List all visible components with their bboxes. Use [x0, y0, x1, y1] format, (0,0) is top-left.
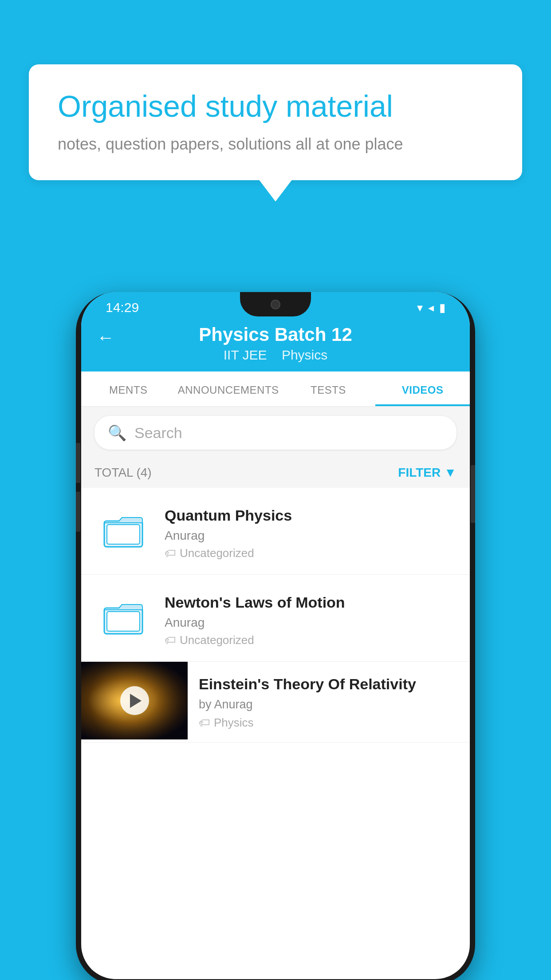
search-bar[interactable]: 🔍 Search: [94, 416, 457, 450]
folder-icon: [103, 598, 143, 638]
item-info: Newton's Laws of Motion Anurag 🏷 Uncateg…: [165, 589, 457, 647]
filter-button[interactable]: FILTER ▼: [398, 466, 457, 480]
tag-iit-jee: IIT JEE: [224, 348, 267, 362]
volume-up-button: [76, 443, 80, 483]
tab-bar: MENTS ANNOUNCEMENTS TESTS VIDEOS: [81, 371, 470, 407]
item-thumbnail: [94, 502, 152, 560]
item-thumbnail: [94, 589, 152, 647]
item-title: Einstein's Theory Of Relativity: [199, 674, 459, 694]
status-icons: ▾ ◂ ▮: [417, 301, 445, 315]
power-button: [471, 465, 475, 523]
wifi-icon: ▾: [417, 301, 423, 315]
signal-icon: ◂: [428, 301, 434, 315]
filter-icon: ▼: [444, 466, 457, 480]
speech-bubble: Organised study material notes, question…: [29, 64, 522, 180]
header-subtitle: IIT JEE Physics: [81, 348, 470, 363]
tag-icon: 🏷: [165, 633, 176, 647]
page-title: Physics Batch 12: [81, 324, 470, 345]
folder-icon: [103, 511, 143, 551]
item-author: Anurag: [165, 616, 457, 630]
item-author: by Anurag: [199, 698, 459, 711]
list-item[interactable]: Quantum Physics Anurag 🏷 Uncategorized: [81, 488, 470, 575]
tab-videos[interactable]: VIDEOS: [375, 371, 470, 406]
item-title: Newton's Laws of Motion: [165, 593, 457, 612]
item-tag: 🏷 Uncategorized: [165, 546, 457, 560]
play-button[interactable]: [120, 686, 149, 715]
tab-announcements[interactable]: ANNOUNCEMENTS: [176, 371, 281, 406]
svg-rect-3: [107, 612, 140, 631]
svg-rect-1: [107, 525, 140, 544]
phone-frame: 14:29 ▾ ◂ ▮ ← Physics Batch 12 IIT JEE P…: [76, 292, 475, 980]
search-icon: 🔍: [108, 424, 126, 442]
search-bar-container: 🔍 Search: [81, 407, 470, 458]
status-time: 14:29: [106, 300, 139, 315]
item-info: Einstein's Theory Of Relativity by Anura…: [188, 662, 470, 742]
phone-screen: 14:29 ▾ ◂ ▮ ← Physics Batch 12 IIT JEE P…: [81, 292, 470, 979]
total-count-label: TOTAL (4): [94, 466, 152, 480]
tab-tests[interactable]: TESTS: [281, 371, 376, 406]
back-button[interactable]: ←: [97, 328, 114, 348]
search-input[interactable]: Search: [134, 424, 182, 442]
item-title: Quantum Physics: [165, 506, 457, 525]
phone-notch: [240, 292, 311, 316]
front-camera: [271, 300, 280, 309]
speech-bubble-container: Organised study material notes, question…: [29, 64, 522, 180]
tag-icon: 🏷: [165, 546, 176, 560]
tag-label: Uncategorized: [180, 633, 254, 647]
item-info: Quantum Physics Anurag 🏷 Uncategorized: [165, 502, 457, 560]
tag-icon: 🏷: [199, 716, 210, 730]
item-tag: 🏷 Uncategorized: [165, 633, 457, 647]
item-tag: 🏷 Physics: [199, 716, 459, 730]
tag-label: Physics: [214, 716, 254, 730]
video-thumbnail: [81, 662, 188, 739]
tag-label: Uncategorized: [180, 546, 254, 560]
filter-label: FILTER: [398, 466, 441, 480]
list-item[interactable]: Newton's Laws of Motion Anurag 🏷 Uncateg…: [81, 575, 470, 662]
battery-icon: ▮: [439, 301, 445, 315]
play-triangle-icon: [130, 694, 142, 708]
volume-down-button: [76, 492, 80, 532]
bubble-title: Organised study material: [58, 89, 493, 123]
video-list: Quantum Physics Anurag 🏷 Uncategorized: [81, 488, 470, 743]
list-item[interactable]: Einstein's Theory Of Relativity by Anura…: [81, 662, 470, 742]
bubble-subtitle: notes, question papers, solutions all at…: [58, 133, 493, 155]
item-author: Anurag: [165, 529, 457, 543]
tag-physics: Physics: [282, 348, 327, 362]
filter-row: TOTAL (4) FILTER ▼: [81, 458, 470, 488]
tab-ments[interactable]: MENTS: [81, 371, 176, 406]
